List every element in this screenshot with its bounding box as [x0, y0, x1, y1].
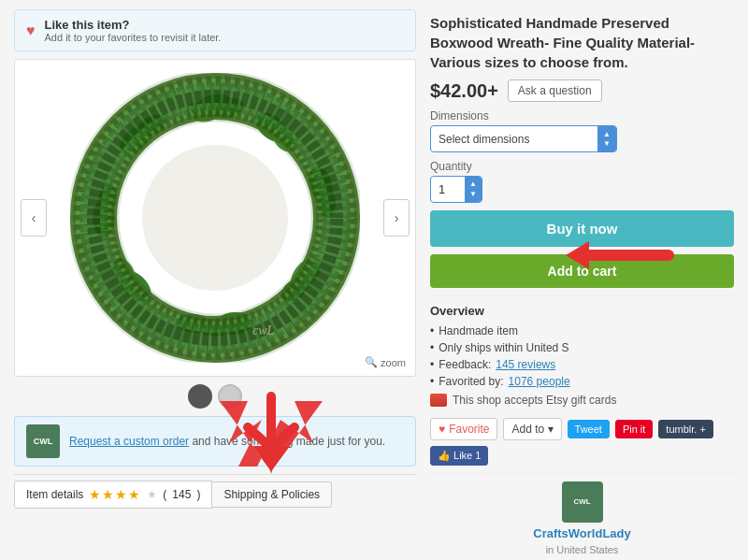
feedback-link[interactable]: 145 reviews [496, 358, 555, 371]
overview-item-4: Favorited by: 1076 people [430, 373, 734, 390]
seller-avatar: CWL [562, 481, 603, 523]
image-nav-right[interactable]: › [383, 199, 410, 237]
svg-point-27 [142, 145, 288, 291]
quantity-input[interactable]: 1 ▲▼ [430, 176, 482, 203]
wreath-image: cwL [70, 73, 360, 363]
overview-item-3: Feedback: 145 reviews [430, 356, 734, 373]
thumbnail-dot-1[interactable] [188, 384, 212, 409]
review-count: ( [163, 488, 166, 501]
custom-order-text: and have something made just for you. [192, 435, 385, 448]
seller-name[interactable]: CraftsWorldLady [533, 526, 631, 540]
dimensions-label: Dimensions [430, 109, 734, 122]
tweet-button[interactable]: Tweet [568, 420, 610, 438]
favorite-bar-title: Like this item? [45, 18, 222, 32]
heart-icon: ♥ [26, 22, 36, 39]
quantity-label: Quantity [430, 160, 734, 173]
zoom-icon: 🔍 [365, 356, 378, 368]
thumbnail-dot-2[interactable] [218, 384, 242, 409]
quantity-value: 1 [431, 178, 465, 201]
favorite-button[interactable]: ♥ Favorite [430, 418, 497, 440]
svg-text:cwL: cwL [252, 323, 275, 337]
seller-section: CWL CraftsWorldLady in United States [430, 473, 734, 555]
dimensions-select[interactable]: Select dimensions ▲▼ [430, 125, 617, 152]
quantity-arrows: ▲▼ [465, 177, 482, 202]
rating-stars: ★★★★ [89, 487, 141, 502]
overview-title: Overview [430, 304, 734, 318]
dimensions-arrows: ▲▼ [597, 126, 616, 151]
zoom-button[interactable]: 🔍 zoom [365, 356, 406, 368]
product-title: Sophisticated Handmade Preserved Boxwood… [430, 13, 734, 72]
like-button[interactable]: 👍 Like 1 [430, 446, 488, 466]
favorited-link[interactable]: 1076 people [509, 375, 570, 388]
product-price: $42.00+ [430, 80, 498, 102]
product-tabs: Item details ★★★★★ (145) Shipping & Poli… [14, 474, 416, 509]
rating-count: 145 [172, 488, 191, 501]
thumbnail-row [14, 384, 416, 409]
overview-list: Handmade item Only ships within United S… [430, 323, 734, 390]
image-nav-left[interactable]: ‹ [21, 199, 47, 237]
gift-icon [430, 394, 447, 407]
ask-question-button[interactable]: Ask a question [508, 79, 602, 102]
favorite-bar-subtitle: Add it to your favorites to revisit it l… [45, 32, 222, 43]
product-image-container: ‹ [14, 59, 416, 377]
heart-icon-btn: ♥ [439, 423, 445, 436]
gift-card-text: This shop accepts Etsy gift cards [453, 394, 616, 407]
pin-button[interactable]: Pin it [615, 420, 653, 438]
add-to-cart-button[interactable]: Add to cart [430, 254, 734, 288]
overview-section: Overview Handmade item Only ships within… [430, 295, 734, 410]
tumblr-button[interactable]: tumblr. + [658, 420, 713, 438]
tab-shipping[interactable]: Shipping & Policies [212, 481, 332, 508]
gift-card-row: This shop accepts Etsy gift cards [430, 390, 734, 410]
custom-order-link[interactable]: Request a custom order [69, 435, 189, 448]
rating-half-star: ★ [147, 488, 157, 501]
favorite-bar: ♥ Like this item? Add it to your favorit… [14, 9, 416, 51]
tab-item-details[interactable]: Item details ★★★★★ (145) [14, 481, 212, 509]
buy-now-button[interactable]: Buy it now [430, 210, 734, 247]
add-to-button[interactable]: Add to ▾ [503, 418, 561, 440]
shop-thumbnail: CWL [26, 424, 60, 458]
overview-item-2: Only ships within United S [430, 339, 734, 356]
overview-item-1: Handmade item [430, 323, 734, 339]
custom-order-bar: CWL Request a custom order and have some… [14, 416, 416, 467]
seller-location: in United States [546, 544, 619, 555]
social-row: ♥ Favorite Add to ▾ Tweet Pin it tumblr.… [430, 418, 734, 466]
